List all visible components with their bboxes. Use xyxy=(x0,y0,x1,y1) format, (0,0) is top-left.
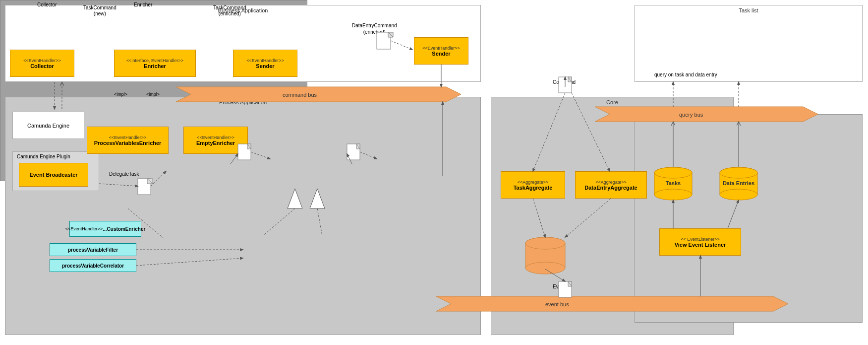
view-label: View xyxy=(743,117,754,123)
camunda-plugin-box: Camunda Engine Plugin Event Broadcaster xyxy=(12,151,99,191)
data-entry-aggregate-box: <<Aggregate>> DataEntryAggregate xyxy=(575,171,647,199)
command-label: Command xyxy=(553,79,576,85)
view-event-listener-box: << EventListener>> View Event Listener xyxy=(659,228,741,256)
vel-stereotype: << EventListener>> xyxy=(681,237,720,242)
collector-name: Collector xyxy=(30,63,54,69)
sender-business-stereotype: <<EventHandler>> xyxy=(422,46,460,51)
enricher-zone-label: Enricher xyxy=(134,2,152,7)
impl1-label: <impl> xyxy=(114,92,127,97)
impl2-label: <impl> xyxy=(146,92,160,97)
event-broadcaster-box: Event Broadcaster xyxy=(19,163,88,187)
custom-enricher-stereotype: <<EventHandler>> xyxy=(65,226,103,231)
delegate-task-label: DelegateTask xyxy=(109,171,139,177)
view-box: View xyxy=(635,114,863,323)
process-app-label: Process Application xyxy=(219,99,267,105)
camunda-plugin-label: Camunda Engine Plugin xyxy=(17,154,70,159)
task-aggregate-box: <<Aggregate>> TaskAggregate xyxy=(501,171,565,199)
task-list-label: Task list xyxy=(739,7,758,13)
custom-enricher-box: <<EventHandler>> ...CustomEnricher xyxy=(69,221,141,237)
collector-zone-label: Collector xyxy=(37,2,57,7)
pv-correlator-label: processVariableCorrelator xyxy=(62,263,124,269)
sender-process-name: Sender xyxy=(256,63,274,69)
empty-enricher-name: EmptyEnricher xyxy=(196,140,235,146)
task-aggregate-name: TaskAggregate xyxy=(514,185,553,191)
data-entry-command-label: DataEntryCommand(enriched) xyxy=(352,22,397,35)
pv-filter-label: processVariableFilter xyxy=(68,247,118,253)
vel-name: View Event Listener xyxy=(675,242,726,248)
task-command-enriched-label: TaskCommand(enriched) xyxy=(213,5,246,17)
sender-process-box: <<EventHandler>> Sender xyxy=(233,50,297,77)
diagram-container: Business Application Task list Process A… xyxy=(0,0,868,345)
sender-process-stereotype: <<EventHandler>> xyxy=(246,58,284,63)
event-label: Event xyxy=(553,284,566,289)
camunda-engine-box: Camunda Engine xyxy=(12,112,84,139)
data-entry-aggregate-stereotype: <<Aggregate>> xyxy=(595,180,627,185)
empty-enricher-stereotype: <<EventHandler>> xyxy=(197,135,234,140)
pv-enricher-stereotype: <<EventHandler>> xyxy=(109,135,147,140)
collector-stereotype: <<EventHandler>> xyxy=(23,58,61,63)
enricher-stereotype: <<interface, EventHandler>> xyxy=(126,58,183,63)
query-on-task-label: query on task and data entry xyxy=(654,72,717,77)
custom-enricher-name: ...CustomEnricher xyxy=(103,226,145,232)
pv-correlator-box: processVariableCorrelator xyxy=(50,259,136,272)
empty-enricher-box: <<EventHandler>> EmptyEnricher xyxy=(183,127,248,154)
task-command-new-label: TaskCommand(new) xyxy=(83,5,116,17)
event-store-label: Event Store xyxy=(534,248,560,254)
sender-business-box: <<EventHandler>> Sender xyxy=(414,37,468,65)
task-list-box: Task list xyxy=(635,5,863,82)
sender-business-name: Sender xyxy=(432,51,450,57)
event-broadcaster-name: Event Broadcaster xyxy=(29,172,77,178)
enricher-name: Enricher xyxy=(144,63,166,69)
pv-enricher-name: ProcessVariablesEnricher xyxy=(94,140,162,146)
collector-box: <<EventHandler>> Collector xyxy=(10,50,74,77)
pv-enricher-box: <<EventHandler>> ProcessVariablesEnriche… xyxy=(87,127,169,154)
impl3-label: <impl> xyxy=(203,92,217,97)
core-label: Core xyxy=(606,99,618,105)
data-entry-aggregate-name: DataEntryAggregate xyxy=(584,185,637,191)
enricher-box: <<interface, EventHandler>> Enricher xyxy=(114,50,196,77)
task-aggregate-stereotype: <<Aggregate>> xyxy=(518,180,549,185)
pv-filter-box: processVariableFilter xyxy=(50,243,136,256)
camunda-engine-label: Camunda Engine xyxy=(27,123,69,129)
